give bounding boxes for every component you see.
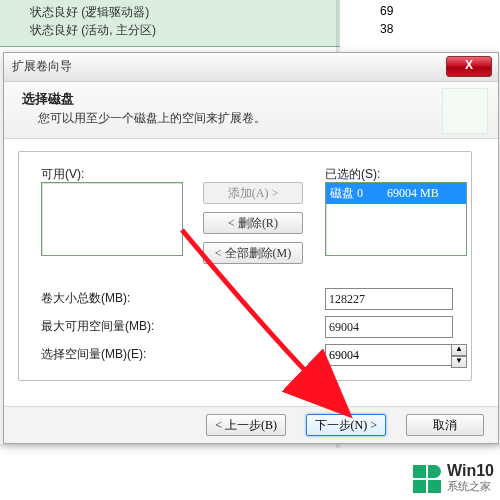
remove-button[interactable]: < 删除(R) — [203, 212, 303, 234]
cancel-button[interactable]: 取消 — [406, 414, 484, 436]
back-button[interactable]: < 上一步(B) — [206, 414, 286, 436]
selected-label: 已选的(S): — [325, 166, 380, 183]
watermark-site: 系统之家 — [447, 479, 494, 494]
wizard-footer: < 上一步(B) 下一步(N) > 取消 — [4, 406, 498, 443]
available-disks-listbox[interactable] — [41, 182, 183, 256]
bg-row-2-status: 状态良好 (活动, 主分区) — [30, 23, 156, 37]
total-size-label: 卷大小总数(MB): — [41, 290, 130, 307]
transfer-buttons: 添加(A) > < 删除(R) < 全部删除(M) — [203, 182, 303, 272]
watermark: Win10 系统之家 — [413, 463, 494, 494]
selected-disks-listbox[interactable]: 磁盘 0 69004 MB — [325, 182, 467, 256]
extend-volume-wizard-dialog: 扩展卷向导 X 选择磁盘 您可以用至少一个磁盘上的空间来扩展卷。 可用(V): … — [3, 52, 499, 444]
bg-row-1-size: 69 — [380, 4, 393, 18]
disk-selection-group: 可用(V): 添加(A) > < 删除(R) < 全部删除(M) 已选的(S):… — [18, 151, 472, 381]
close-button[interactable]: X — [446, 56, 492, 77]
watermark-logo-icon — [413, 465, 441, 493]
watermark-brand: Win10 — [447, 463, 494, 479]
page-subtitle: 您可以用至少一个磁盘上的空间来扩展卷。 — [38, 110, 266, 127]
selected-disk-item[interactable]: 磁盘 0 69004 MB — [326, 183, 466, 204]
wizard-logo-placeholder — [442, 88, 488, 134]
next-button[interactable]: 下一步(N) > — [306, 414, 386, 436]
watermark-text: Win10 系统之家 — [447, 463, 494, 494]
add-button[interactable]: 添加(A) > — [203, 182, 303, 204]
wizard-header: 选择磁盘 您可以用至少一个磁盘上的空间来扩展卷。 — [4, 82, 498, 139]
background-partition-table: 状态良好 (逻辑驱动器) 69 状态良好 (活动, 主分区) 38 — [0, 0, 340, 47]
available-label: 可用(V): — [41, 166, 84, 183]
total-size-field — [325, 288, 453, 310]
select-space-input[interactable] — [325, 344, 453, 366]
remove-all-button[interactable]: < 全部删除(M) — [203, 242, 303, 264]
select-space-label: 选择空间量(MB)(E): — [41, 346, 146, 363]
bg-row-1-status: 状态良好 (逻辑驱动器) — [30, 5, 149, 19]
bg-shadow-horizontal — [0, 444, 500, 450]
bg-row-1: 状态良好 (逻辑驱动器) — [30, 4, 149, 21]
window-title: 扩展卷向导 — [12, 58, 72, 75]
titlebar[interactable]: 扩展卷向导 X — [4, 53, 498, 82]
spin-down-icon[interactable]: ▼ — [451, 356, 467, 368]
select-space-spinner[interactable]: ▲ ▼ — [451, 344, 467, 366]
close-icon: X — [465, 58, 473, 72]
page-title: 选择磁盘 — [22, 90, 74, 108]
max-space-field — [325, 316, 453, 338]
max-space-label: 最大可用空间量(MB): — [41, 318, 154, 335]
spin-up-icon[interactable]: ▲ — [451, 344, 467, 356]
bg-row-2-size: 38 — [380, 22, 393, 36]
bg-row-2: 状态良好 (活动, 主分区) — [30, 22, 156, 39]
wizard-body: 可用(V): 添加(A) > < 删除(R) < 全部删除(M) 已选的(S):… — [4, 139, 498, 405]
